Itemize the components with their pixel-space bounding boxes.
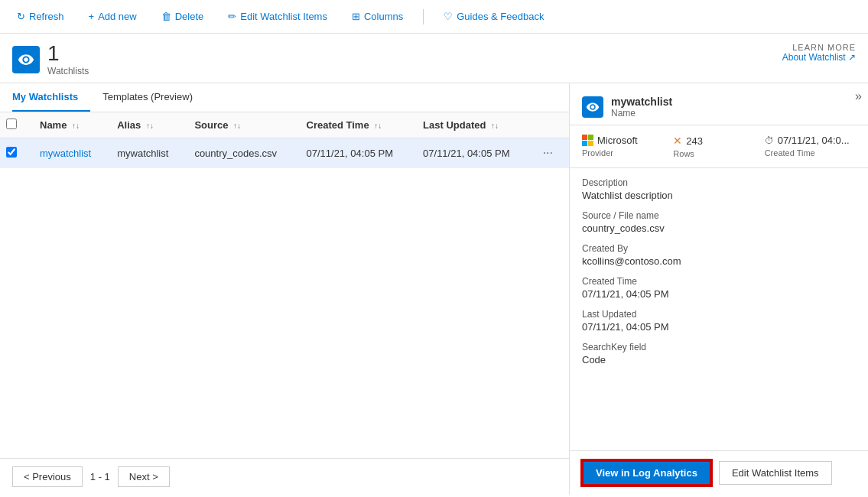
row-ellipsis-button[interactable]: ···	[540, 146, 556, 160]
field-source-value: country_codes.csv	[582, 223, 856, 234]
detail-header: mywatchlist Name	[570, 83, 868, 125]
ms-q4	[588, 141, 593, 146]
learn-more-area: LEARN MORE About Watchlist ↗	[782, 43, 856, 63]
field-searchkey-value: Code	[582, 354, 856, 365]
delete-button[interactable]: 🗑 Delete	[157, 8, 209, 25]
stat-provider: Microsoft Provider	[582, 135, 673, 158]
watchlist-count-block: 1 Watchlists	[47, 43, 89, 76]
row-source-cell: country_codes.csv	[185, 138, 297, 168]
name-sort-icon: ↑↓	[72, 122, 80, 130]
refresh-icon: ↻	[17, 11, 25, 22]
watchlist-count-area: 1 Watchlists	[12, 43, 89, 76]
field-created-time-label: Created Time	[582, 276, 856, 287]
refresh-label: Refresh	[29, 11, 64, 22]
collapse-panel-button[interactable]: »	[855, 89, 862, 103]
field-created-by-label: Created By	[582, 243, 856, 254]
table-row[interactable]: mywatchlist mywatchlist country_codes.cs…	[0, 138, 569, 168]
guides-feedback-button[interactable]: ♡ Guides & Feedback	[439, 8, 548, 25]
stat-rows-value: 243	[686, 135, 703, 147]
collapse-icon: »	[855, 89, 862, 102]
page-range: 1 - 1	[90, 471, 110, 482]
pagination-bar: < Previous 1 - 1 Next >	[0, 458, 569, 495]
ms-q3	[582, 141, 587, 146]
previous-button[interactable]: < Previous	[12, 466, 83, 487]
row-actions-cell: ···	[531, 138, 569, 168]
detail-icon-svg	[586, 100, 600, 114]
row-name-link[interactable]: mywatchlist	[40, 148, 91, 159]
tab-templates[interactable]: Templates (Preview)	[102, 83, 205, 112]
heart-icon: ♡	[444, 11, 453, 22]
columns-button[interactable]: ⊞ Columns	[347, 8, 408, 25]
field-last-updated-label: Last Updated	[582, 309, 856, 320]
field-searchkey-label: SearchKey field	[582, 342, 856, 352]
source-sort-icon: ↑↓	[233, 122, 241, 130]
watchlist-table: Name ↑↓ Alias ↑↓ Source ↑↓ Created Tim	[0, 112, 569, 168]
created-sort-icon: ↑↓	[374, 122, 382, 130]
header-area: 1 Watchlists LEARN MORE About Watchlist …	[0, 34, 868, 83]
rows-icon: ✕	[673, 135, 682, 147]
refresh-button[interactable]: ↻ Refresh	[12, 8, 69, 25]
detail-stats-row: Microsoft Provider ✕ 243 Rows ⏱ 07/11/21…	[570, 125, 868, 168]
row-name-cell: mywatchlist	[31, 138, 108, 168]
row-checkbox[interactable]	[6, 147, 17, 158]
right-panel: » mywatchlist Name	[570, 83, 868, 495]
stat-provider-icon-area: Microsoft	[582, 135, 673, 146]
add-new-label: Add new	[98, 11, 137, 22]
row-updated-cell: 07/11/21, 04:05 PM	[414, 138, 531, 168]
stat-rows-label: Rows	[673, 149, 764, 158]
table-header-source[interactable]: Source ↑↓	[185, 112, 297, 138]
edit-label: Edit Watchlist Items	[240, 11, 327, 22]
ms-q1	[582, 135, 587, 140]
edit-watchlist-items-detail-button[interactable]: Edit Watchlist Items	[719, 461, 832, 485]
field-created-time-value: 07/11/21, 04:05 PM	[582, 288, 856, 300]
ms-q2	[588, 135, 593, 140]
table-header-updated[interactable]: Last Updated ↑↓	[414, 112, 531, 138]
detail-sub-label: Name	[611, 108, 672, 119]
columns-icon: ⊞	[352, 11, 360, 22]
stat-created-time: ⏱ 07/11/21, 04:0... Created Time	[765, 135, 856, 158]
detail-title-block: mywatchlist Name	[611, 96, 672, 119]
table-container: Name ↑↓ Alias ↑↓ Source ↑↓ Created Tim	[0, 112, 569, 458]
table-header-checkbox	[0, 112, 31, 138]
table-header-alias[interactable]: Alias ↑↓	[108, 112, 185, 138]
table-header-actions	[531, 112, 569, 138]
clock-icon: ⏱	[765, 135, 774, 146]
detail-name: mywatchlist	[611, 96, 672, 108]
table-header-row: Name ↑↓ Alias ↑↓ Source ↑↓ Created Tim	[0, 112, 569, 138]
stat-rows: ✕ 243 Rows	[673, 135, 764, 158]
main-layout: My Watchlists Templates (Preview) Name ↑…	[0, 83, 868, 495]
field-last-updated-value: 07/11/21, 04:05 PM	[582, 321, 856, 333]
tab-my-watchlists[interactable]: My Watchlists	[12, 83, 90, 112]
field-created-by: Created By kcollins@contoso.com	[582, 243, 856, 267]
field-created-by-value: kcollins@contoso.com	[582, 255, 856, 267]
watchlist-icon	[12, 46, 40, 73]
detail-footer: View in Log Analytics Edit Watchlist Ite…	[570, 450, 868, 495]
tab-my-watchlists-label: My Watchlists	[12, 91, 78, 102]
watchlist-count: 1	[47, 43, 89, 64]
next-button[interactable]: Next >	[118, 466, 170, 487]
table-header-created[interactable]: Created Time ↑↓	[297, 112, 414, 138]
row-checkbox-cell	[0, 138, 31, 168]
learn-more-link[interactable]: About Watchlist ↗	[782, 52, 856, 63]
field-description-value: Watchlist description	[582, 190, 856, 201]
delete-label: Delete	[175, 11, 204, 22]
microsoft-logo-icon	[582, 135, 593, 146]
stat-provider-value: Microsoft	[597, 135, 638, 146]
table-header-name[interactable]: Name ↑↓	[31, 112, 108, 138]
add-new-button[interactable]: + Add new	[84, 8, 141, 25]
toolbar-separator	[423, 9, 424, 24]
field-searchkey: SearchKey field Code	[582, 342, 856, 365]
select-all-checkbox[interactable]	[6, 119, 17, 129]
guides-label: Guides & Feedback	[457, 11, 544, 22]
edit-watchlist-items-button[interactable]: ✏ Edit Watchlist Items	[223, 8, 332, 25]
stat-created-icon-area: ⏱ 07/11/21, 04:0...	[765, 135, 856, 146]
tab-templates-label: Templates (Preview)	[102, 91, 193, 102]
columns-label: Columns	[364, 11, 403, 22]
stat-provider-label: Provider	[582, 148, 673, 158]
field-description: Description Watchlist description	[582, 177, 856, 201]
alias-sort-icon: ↑↓	[146, 122, 154, 130]
learn-more-title: LEARN MORE	[782, 43, 856, 52]
view-log-analytics-button[interactable]: View in Log Analytics	[582, 460, 711, 486]
stat-created-value: 07/11/21, 04:0...	[778, 135, 850, 146]
delete-icon: 🗑	[161, 11, 171, 22]
